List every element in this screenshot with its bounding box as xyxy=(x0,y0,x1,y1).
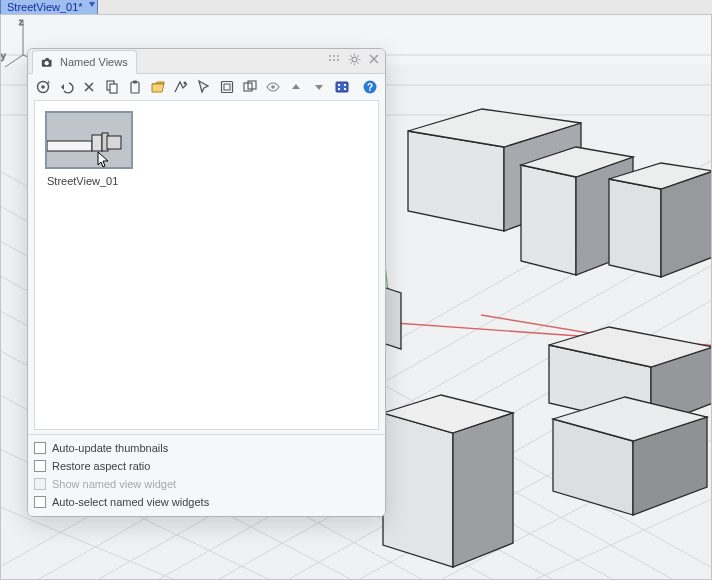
named-views-list[interactable]: StreetView_01 xyxy=(34,100,379,430)
svg-rect-90 xyxy=(47,141,92,151)
visibility-button[interactable] xyxy=(262,76,284,98)
svg-point-63 xyxy=(337,55,339,57)
svg-rect-91 xyxy=(92,135,102,151)
svg-rect-83 xyxy=(338,84,340,86)
gear-icon[interactable] xyxy=(347,53,361,67)
duplicate-button[interactable] xyxy=(239,76,261,98)
svg-rect-93 xyxy=(107,136,121,149)
svg-rect-73 xyxy=(131,82,139,93)
svg-rect-59 xyxy=(45,58,49,61)
svg-text:?: ? xyxy=(367,82,373,93)
svg-point-61 xyxy=(329,55,331,57)
panel-tab-named-views[interactable]: Named Views xyxy=(32,50,137,74)
option-label: Show named view widget xyxy=(52,478,176,490)
panel-toolbar: + xyxy=(28,74,385,100)
svg-point-60 xyxy=(45,61,49,65)
delete-button[interactable] xyxy=(78,76,100,98)
checkbox-icon[interactable] xyxy=(34,442,46,454)
svg-point-70 xyxy=(41,85,45,89)
svg-rect-72 xyxy=(110,84,117,93)
checkbox-icon xyxy=(34,478,46,490)
svg-rect-77 xyxy=(224,84,230,90)
svg-point-66 xyxy=(337,59,339,61)
svg-rect-85 xyxy=(344,84,346,86)
svg-point-75 xyxy=(184,82,187,85)
named-view-item[interactable]: StreetView_01 xyxy=(45,111,153,187)
move-down-button[interactable] xyxy=(308,76,330,98)
svg-marker-48 xyxy=(383,413,453,567)
checkbox-icon[interactable] xyxy=(34,496,46,508)
save-thumbnail-button[interactable] xyxy=(216,76,238,98)
undo-button[interactable] xyxy=(55,76,77,98)
move-up-button[interactable] xyxy=(285,76,307,98)
select-button[interactable] xyxy=(193,76,215,98)
named-view-thumbnail[interactable] xyxy=(45,111,133,169)
svg-point-67 xyxy=(352,57,357,62)
named-views-panel: Named Views + xyxy=(27,48,386,517)
paste-button[interactable] xyxy=(124,76,146,98)
option-show-widget: Show named view widget xyxy=(34,475,379,492)
viewport-name-tab[interactable]: StreetView_01* xyxy=(0,0,98,15)
help-button[interactable]: ? xyxy=(359,76,381,98)
thumbnail-mode-button[interactable] xyxy=(331,76,353,98)
chevron-down-icon xyxy=(89,2,95,7)
svg-rect-84 xyxy=(338,88,340,90)
undock-grip-icon[interactable] xyxy=(327,53,341,67)
option-label: Auto-update thumbnails xyxy=(52,442,168,454)
panel-options: Auto-update thumbnails Restore aspect ra… xyxy=(28,434,385,516)
svg-rect-81 xyxy=(336,82,348,92)
option-label: Restore aspect ratio xyxy=(52,460,150,472)
option-restore-aspect[interactable]: Restore aspect ratio xyxy=(34,457,379,474)
copy-button[interactable] xyxy=(101,76,123,98)
viewport-name-label: StreetView_01* xyxy=(7,1,83,13)
svg-rect-74 xyxy=(133,81,137,84)
svg-marker-34 xyxy=(521,165,576,275)
named-view-label: StreetView_01 xyxy=(45,175,153,187)
svg-rect-76 xyxy=(222,82,233,93)
svg-marker-51 xyxy=(453,413,513,567)
close-icon[interactable] xyxy=(367,53,381,67)
svg-marker-37 xyxy=(609,179,661,277)
svg-point-64 xyxy=(329,59,331,61)
panel-titlebar[interactable]: Named Views xyxy=(28,49,385,74)
checkbox-icon[interactable] xyxy=(34,460,46,472)
option-label: Auto-select named view widgets xyxy=(52,496,209,508)
svg-text:+: + xyxy=(46,79,51,87)
option-auto-select-widget[interactable]: Auto-select named view widgets xyxy=(34,493,379,510)
svg-point-62 xyxy=(333,55,335,57)
new-view-button[interactable]: + xyxy=(32,76,54,98)
cursor-icon xyxy=(97,151,111,169)
panel-title: Named Views xyxy=(60,56,128,68)
update-view-button[interactable] xyxy=(170,76,192,98)
svg-rect-86 xyxy=(344,88,346,90)
svg-point-65 xyxy=(333,59,335,61)
svg-point-80 xyxy=(271,85,275,89)
camera-icon xyxy=(41,57,55,67)
open-folder-button[interactable] xyxy=(147,76,169,98)
option-auto-update[interactable]: Auto-update thumbnails xyxy=(34,439,379,456)
